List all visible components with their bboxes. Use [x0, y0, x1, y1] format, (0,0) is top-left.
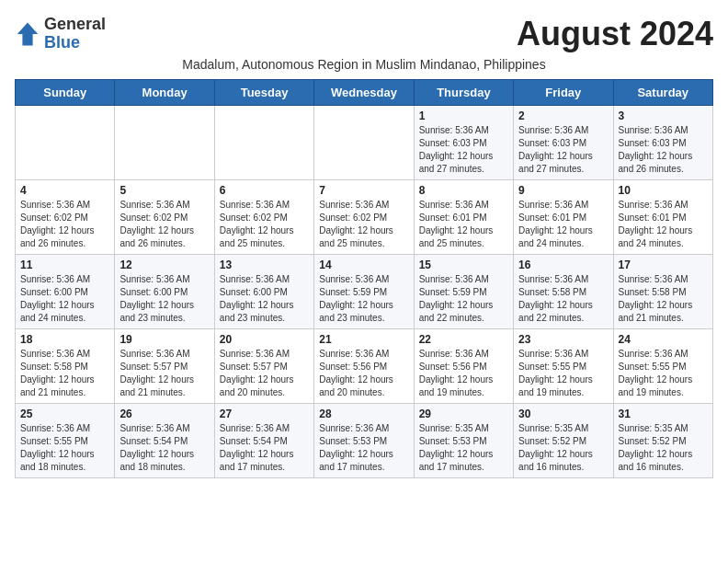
day-info: Sunrise: 5:36 AM Sunset: 6:01 PM Dayligh…	[619, 199, 708, 250]
calendar-day-cell: 19Sunrise: 5:36 AM Sunset: 5:57 PM Dayli…	[115, 329, 214, 404]
day-of-week-header: Wednesday	[314, 80, 414, 106]
calendar-day-cell	[115, 106, 214, 180]
day-info: Sunrise: 5:35 AM Sunset: 5:52 PM Dayligh…	[619, 422, 708, 474]
day-number: 22	[419, 333, 508, 346]
calendar-week-row: 1Sunrise: 5:36 AM Sunset: 6:03 PM Daylig…	[16, 106, 713, 180]
day-info: Sunrise: 5:36 AM Sunset: 6:03 PM Dayligh…	[419, 124, 508, 176]
day-info: Sunrise: 5:36 AM Sunset: 6:00 PM Dayligh…	[119, 273, 209, 325]
day-info: Sunrise: 5:36 AM Sunset: 6:01 PM Dayligh…	[419, 199, 508, 250]
day-number: 14	[319, 259, 408, 271]
day-info: Sunrise: 5:36 AM Sunset: 5:55 PM Dayligh…	[20, 422, 109, 474]
calendar-week-row: 18Sunrise: 5:36 AM Sunset: 5:58 PM Dayli…	[16, 329, 713, 404]
day-info: Sunrise: 5:35 AM Sunset: 5:53 PM Dayligh…	[419, 422, 508, 474]
calendar-day-cell	[16, 106, 115, 180]
day-of-week-header: Tuesday	[214, 80, 313, 106]
day-number: 21	[319, 333, 408, 346]
day-info: Sunrise: 5:36 AM Sunset: 6:02 PM Dayligh…	[119, 199, 209, 250]
calendar-day-cell: 10Sunrise: 5:36 AM Sunset: 6:01 PM Dayli…	[613, 180, 712, 255]
calendar-day-cell: 18Sunrise: 5:36 AM Sunset: 5:58 PM Dayli…	[16, 329, 115, 404]
calendar-day-cell: 21Sunrise: 5:36 AM Sunset: 5:56 PM Dayli…	[314, 329, 414, 404]
day-info: Sunrise: 5:36 AM Sunset: 6:00 PM Dayligh…	[20, 273, 109, 325]
logo-text: General Blue	[44, 16, 106, 52]
day-info: Sunrise: 5:36 AM Sunset: 5:54 PM Dayligh…	[220, 422, 309, 474]
day-number: 28	[319, 408, 408, 420]
day-of-week-header: Friday	[514, 80, 613, 106]
page-header: General Blue August 2024	[15, 15, 713, 53]
day-number: 12	[119, 259, 209, 271]
calendar-day-cell	[314, 106, 414, 180]
day-info: Sunrise: 5:35 AM Sunset: 5:52 PM Dayligh…	[518, 422, 608, 474]
day-info: Sunrise: 5:36 AM Sunset: 5:57 PM Dayligh…	[220, 348, 309, 399]
calendar-day-cell: 1Sunrise: 5:36 AM Sunset: 6:03 PM Daylig…	[414, 106, 513, 180]
calendar-week-row: 25Sunrise: 5:36 AM Sunset: 5:55 PM Dayli…	[16, 404, 713, 478]
day-number: 7	[319, 184, 408, 197]
calendar-week-row: 11Sunrise: 5:36 AM Sunset: 6:00 PM Dayli…	[16, 255, 713, 329]
calendar-day-cell: 3Sunrise: 5:36 AM Sunset: 6:03 PM Daylig…	[613, 106, 712, 180]
day-info: Sunrise: 5:36 AM Sunset: 5:55 PM Dayligh…	[619, 348, 708, 399]
day-number: 4	[20, 184, 109, 197]
svg-marker-0	[17, 22, 38, 45]
calendar-day-cell: 27Sunrise: 5:36 AM Sunset: 5:54 PM Dayli…	[214, 404, 313, 478]
calendar-day-cell: 26Sunrise: 5:36 AM Sunset: 5:54 PM Dayli…	[115, 404, 214, 478]
day-of-week-header: Monday	[115, 80, 214, 106]
day-info: Sunrise: 5:36 AM Sunset: 6:03 PM Dayligh…	[619, 124, 708, 176]
day-number: 23	[518, 333, 608, 346]
calendar-day-cell: 13Sunrise: 5:36 AM Sunset: 6:00 PM Dayli…	[214, 255, 313, 329]
calendar-day-cell: 7Sunrise: 5:36 AM Sunset: 6:02 PM Daylig…	[314, 180, 414, 255]
day-info: Sunrise: 5:36 AM Sunset: 5:56 PM Dayligh…	[319, 348, 408, 399]
calendar-day-cell: 31Sunrise: 5:35 AM Sunset: 5:52 PM Dayli…	[613, 404, 712, 478]
calendar-day-cell: 20Sunrise: 5:36 AM Sunset: 5:57 PM Dayli…	[214, 329, 313, 404]
day-number: 13	[220, 259, 309, 271]
calendar-day-cell: 17Sunrise: 5:36 AM Sunset: 5:58 PM Dayli…	[613, 255, 712, 329]
day-number: 3	[619, 109, 708, 122]
day-number: 2	[518, 109, 608, 122]
day-info: Sunrise: 5:36 AM Sunset: 5:58 PM Dayligh…	[20, 348, 109, 399]
day-info: Sunrise: 5:36 AM Sunset: 5:53 PM Dayligh…	[319, 422, 408, 474]
calendar-day-cell: 16Sunrise: 5:36 AM Sunset: 5:58 PM Dayli…	[514, 255, 613, 329]
calendar-week-row: 4Sunrise: 5:36 AM Sunset: 6:02 PM Daylig…	[16, 180, 713, 255]
day-info: Sunrise: 5:36 AM Sunset: 5:58 PM Dayligh…	[619, 273, 708, 325]
day-number: 26	[119, 408, 209, 420]
day-number: 29	[419, 408, 508, 420]
calendar-day-cell: 9Sunrise: 5:36 AM Sunset: 6:01 PM Daylig…	[514, 180, 613, 255]
calendar-day-cell: 4Sunrise: 5:36 AM Sunset: 6:02 PM Daylig…	[16, 180, 115, 255]
month-title: August 2024	[517, 15, 713, 53]
day-number: 18	[20, 333, 109, 346]
calendar-day-cell: 5Sunrise: 5:36 AM Sunset: 6:02 PM Daylig…	[115, 180, 214, 255]
day-number: 31	[619, 408, 708, 420]
day-number: 10	[619, 184, 708, 197]
day-info: Sunrise: 5:36 AM Sunset: 6:02 PM Dayligh…	[20, 199, 109, 250]
day-number: 30	[518, 408, 608, 420]
day-info: Sunrise: 5:36 AM Sunset: 6:02 PM Dayligh…	[220, 199, 309, 250]
day-number: 5	[119, 184, 209, 197]
calendar-day-cell: 6Sunrise: 5:36 AM Sunset: 6:02 PM Daylig…	[214, 180, 313, 255]
day-info: Sunrise: 5:36 AM Sunset: 6:02 PM Dayligh…	[319, 199, 408, 250]
calendar-day-cell: 11Sunrise: 5:36 AM Sunset: 6:00 PM Dayli…	[16, 255, 115, 329]
logo-icon	[15, 21, 40, 47]
day-number: 24	[619, 333, 708, 346]
calendar-day-cell	[214, 106, 313, 180]
day-number: 11	[20, 259, 109, 271]
calendar-day-cell: 29Sunrise: 5:35 AM Sunset: 5:53 PM Dayli…	[414, 404, 513, 478]
day-info: Sunrise: 5:36 AM Sunset: 5:59 PM Dayligh…	[319, 273, 408, 325]
days-header-row: SundayMondayTuesdayWednesdayThursdayFrid…	[16, 80, 713, 106]
day-number: 20	[220, 333, 309, 346]
calendar-day-cell: 12Sunrise: 5:36 AM Sunset: 6:00 PM Dayli…	[115, 255, 214, 329]
calendar-table: SundayMondayTuesdayWednesdayThursdayFrid…	[15, 79, 713, 478]
day-number: 1	[419, 109, 508, 122]
day-info: Sunrise: 5:36 AM Sunset: 5:57 PM Dayligh…	[119, 348, 209, 399]
day-number: 8	[419, 184, 508, 197]
calendar-day-cell: 23Sunrise: 5:36 AM Sunset: 5:55 PM Dayli…	[514, 329, 613, 404]
day-number: 19	[119, 333, 209, 346]
calendar-day-cell: 28Sunrise: 5:36 AM Sunset: 5:53 PM Dayli…	[314, 404, 414, 478]
day-number: 9	[518, 184, 608, 197]
day-info: Sunrise: 5:36 AM Sunset: 5:59 PM Dayligh…	[419, 273, 508, 325]
day-info: Sunrise: 5:36 AM Sunset: 5:54 PM Dayligh…	[119, 422, 209, 474]
day-number: 16	[518, 259, 608, 271]
day-of-week-header: Saturday	[613, 80, 712, 106]
calendar-day-cell: 24Sunrise: 5:36 AM Sunset: 5:55 PM Dayli…	[613, 329, 712, 404]
calendar-day-cell: 15Sunrise: 5:36 AM Sunset: 5:59 PM Dayli…	[414, 255, 513, 329]
day-of-week-header: Thursday	[414, 80, 513, 106]
day-of-week-header: Sunday	[16, 80, 115, 106]
day-number: 17	[619, 259, 708, 271]
